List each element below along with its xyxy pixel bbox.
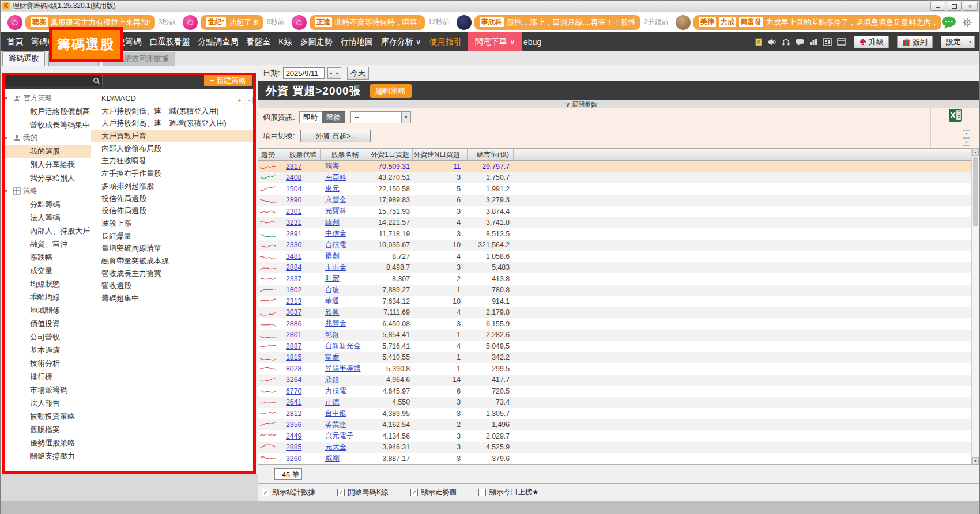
stock-code-link[interactable]: 3260 xyxy=(278,455,321,463)
stock-tag[interactable]: 聰泰 xyxy=(31,17,48,27)
stock-code-link[interactable]: 3231 xyxy=(278,218,321,226)
stock-name-link[interactable]: 玉山金 xyxy=(321,263,365,273)
sidebar-item[interactable]: 法人籌碼 xyxy=(2,211,91,224)
table-header-cell[interactable]: 股票代號 xyxy=(278,149,321,160)
nav-item-watchlist-board[interactable]: 自選股看盤 xyxy=(145,32,194,51)
stock-name-link[interactable]: 台中銀 xyxy=(321,409,365,418)
stock-name-link[interactable]: 正德 xyxy=(321,398,365,407)
stock-code-link[interactable]: 1802 xyxy=(278,286,321,294)
sidebar-section-mine[interactable]: ▾我的 xyxy=(2,131,91,145)
stock-name-link[interactable]: 元大金 xyxy=(321,443,365,452)
nav-item-inventory-analysis[interactable]: 庫存分析 ∨ xyxy=(377,32,425,51)
stock-code-link[interactable]: 1815 xyxy=(278,353,321,361)
table-row[interactable]: 8028昇陽半導體5,390.81299.5 xyxy=(258,363,979,375)
table-row[interactable]: 1802台玻7,889.271780.8 xyxy=(258,285,979,296)
stock-name-link[interactable]: 東元 xyxy=(321,184,365,194)
sidebar-item[interactable]: 分點籌碼 xyxy=(2,198,91,211)
table-row[interactable]: 3037欣興7,111.6942,179.8 xyxy=(258,307,979,319)
display-option-checkbox[interactable]: ✓顯示走勢圖 xyxy=(410,487,457,497)
stock-code-link[interactable]: 6770 xyxy=(278,387,321,395)
sidebar-item[interactable]: 市場派籌碼 xyxy=(2,383,91,396)
stock-tag[interactable]: 興富發 xyxy=(739,17,763,27)
stock-code-link[interactable]: 2887 xyxy=(278,342,321,350)
strategy-item[interactable]: 營收成長主力搶買 xyxy=(91,267,256,280)
table-row[interactable]: 2885元大金3,946.3134,525.9 xyxy=(258,442,979,453)
sidebar-item[interactable]: 法人報告 xyxy=(2,396,91,410)
stock-name-link[interactable]: 台玻 xyxy=(321,285,365,295)
table-row[interactable]: 3231緯創14,221.5743,741.8 xyxy=(258,217,979,229)
stock-name-link[interactable]: 威剛 xyxy=(321,453,365,463)
stock-code-link[interactable]: 2890 xyxy=(278,196,321,204)
nav-item-home[interactable]: 首頁 xyxy=(3,32,27,51)
sidebar-item[interactable]: 價值投資 xyxy=(2,317,91,330)
stock-code-link[interactable]: 2301 xyxy=(278,207,321,216)
checkbox-icon[interactable]: ✓ xyxy=(337,489,345,496)
table-row[interactable]: 2887台新新光金5,716.4145,049.5 xyxy=(258,341,979,352)
stock-code-link[interactable]: 2449 xyxy=(278,432,321,440)
stock-code-link[interactable]: 8028 xyxy=(278,365,321,373)
sidebar-item[interactable]: 內部人、持股大戶 xyxy=(2,224,91,237)
stats-icon[interactable] xyxy=(809,38,817,46)
settings-button[interactable]: 設定 xyxy=(941,36,966,48)
window-icon[interactable] xyxy=(837,38,846,46)
stock-tag[interactable]: 事欣科 xyxy=(480,17,504,27)
table-header-cell[interactable]: 外資1日買超 xyxy=(365,149,413,160)
table-row[interactable]: 3481群創8,72741,058.6 xyxy=(258,251,979,262)
stock-name-link[interactable]: 欣興 xyxy=(321,308,365,318)
nav-item-user-guide[interactable]: 使用指引 xyxy=(425,32,466,51)
scroll-up-icon[interactable]: ▲ xyxy=(972,148,979,156)
stock-code-link[interactable]: 1504 xyxy=(278,185,321,193)
nav-item-market-map[interactable]: 行情地圖 xyxy=(337,32,377,51)
sidebar-section-official[interactable]: ▾官方策略 xyxy=(2,92,91,105)
sidebar-item[interactable]: 均線狀態 xyxy=(2,277,91,290)
stock-tag[interactable]: 力成 xyxy=(719,17,736,27)
chat-icon[interactable] xyxy=(796,38,804,46)
date-prev-button[interactable]: ◄ xyxy=(327,67,334,79)
chat-bubble-icon[interactable] xyxy=(941,16,956,29)
strategy-item[interactable]: KD/MACD xyxy=(91,92,256,105)
strategy-item[interactable]: 內部人偷偷布局股 xyxy=(91,142,256,155)
chat-message[interactable]: 美律力成興富發力成早上真的差點漲停了，還填息填息是意料之內，只是沒 xyxy=(693,15,941,30)
table-row[interactable]: 2356英業達4,162.5421,496 xyxy=(258,419,979,431)
table-row[interactable]: 2884玉山金8,498.735,483 xyxy=(258,262,979,274)
minimize-button[interactable] xyxy=(930,2,945,11)
table-row[interactable]: 2330台積電10,035.6710321,564.2 xyxy=(258,240,979,251)
strategy-item[interactable]: 大戶持股創高、連三週增(累積登入用) xyxy=(91,117,256,130)
display-option-checkbox[interactable]: 顯示今日上榜★ xyxy=(478,487,538,497)
stock-name-link[interactable]: 緯創 xyxy=(321,218,365,228)
stock-code-link[interactable]: 2408 xyxy=(278,173,321,182)
chat-message[interactable]: 正達此時不賣等待何時，嘻嘻☺ xyxy=(310,15,425,30)
stock-code-link[interactable]: 2886 xyxy=(278,320,321,328)
table-scrollbar[interactable]: ▲ ▼ xyxy=(971,148,979,464)
table-row[interactable]: 6770力積電4,645.976720.5 xyxy=(258,386,979,397)
sidebar-item[interactable]: 基本過濾 xyxy=(2,343,91,357)
table-row[interactable]: 2301光寶科15,751.9333,874.4 xyxy=(258,206,979,217)
stock-code-link[interactable]: 2812 xyxy=(278,410,321,418)
collapse-arrow-icon[interactable]: ▾ xyxy=(5,135,11,141)
strategy-item[interactable]: 大戶持股創低、連三減(累積登入用) xyxy=(91,105,256,118)
strategy-item[interactable]: 籌碼超集中 xyxy=(91,292,256,305)
table-row[interactable]: 2891中信金11,718.1938,513.5 xyxy=(258,228,979,240)
realtime-toggle-button[interactable]: 即時 xyxy=(299,111,322,123)
stock-code-link[interactable]: 3481 xyxy=(278,252,321,260)
item-switch-button[interactable]: 外資 買超>.. xyxy=(300,130,371,142)
chat-message[interactable]: 世紀*勃起了 帥 xyxy=(201,15,263,30)
sidebar-item[interactable]: 散戶活絡股價創高 xyxy=(2,105,91,118)
table-header-cell[interactable]: 總市值(億) xyxy=(468,149,514,160)
stock-name-link[interactable]: 華通 xyxy=(321,296,365,306)
stock-name-link[interactable]: 台積電 xyxy=(321,240,365,250)
strategy-item[interactable]: 波段上漲 xyxy=(91,217,256,230)
strategy-item[interactable]: 營收選股 xyxy=(91,279,256,292)
sidebar-item[interactable]: 我分享給別人 xyxy=(2,171,91,184)
sidebar-item[interactable]: 營收成長籌碼集中 xyxy=(2,118,91,131)
screen-share-icon[interactable] xyxy=(823,38,832,46)
stock-name-link[interactable]: 旺宏 xyxy=(321,274,365,284)
table-row[interactable]: 2449京元電子4,134.5632,029.7 xyxy=(258,430,979,442)
stock-name-link[interactable]: 昇陽半導體 xyxy=(321,364,365,373)
param-scroll-up-icon[interactable]: ∧ xyxy=(963,130,970,138)
sidebar-item[interactable]: 舊版檔案 xyxy=(2,423,91,436)
table-row[interactable]: 2408南亞科43,270.5131,750.7 xyxy=(258,172,979,184)
stock-name-link[interactable]: 南亞科 xyxy=(321,173,365,183)
stock-name-link[interactable]: 力積電 xyxy=(321,386,365,396)
stock-name-link[interactable]: 京元電子 xyxy=(321,431,365,441)
